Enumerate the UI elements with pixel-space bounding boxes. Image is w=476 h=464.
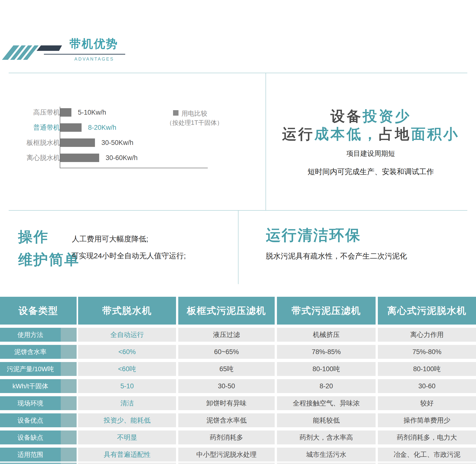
table-cell: 30-60	[378, 379, 476, 393]
clean-title: 运行清洁环保	[266, 225, 361, 245]
chart-category-label: 板框脱水机	[10, 138, 60, 147]
invest-subtitle-1: 项目建设周期短	[266, 149, 476, 158]
table-row: 泥饼含水率<60%60~65%78%-85%75%-80%	[0, 345, 476, 359]
invest-title-line1: 设备投资少	[266, 107, 476, 126]
invest-segment: 面积小	[411, 126, 459, 142]
table-header-cell: 设备类型	[0, 297, 77, 325]
table-header-cell: 板框式污泥压滤机	[178, 297, 275, 325]
legend-square-icon	[173, 110, 178, 116]
table-cell: 操作简单费用少	[378, 413, 476, 427]
table-header-cell: 离心式污泥脱水机	[378, 297, 476, 325]
table-cell	[277, 463, 376, 464]
page-title: 带机优势	[69, 36, 118, 52]
chart-row: 离心脱水机30-60Kw/h	[10, 153, 138, 163]
row-label: kWh/t干固体	[0, 379, 61, 393]
chart-category-label: 普通带机	[10, 123, 60, 132]
table-cell: 药剂大，含水率高	[277, 431, 376, 444]
row-label-accent	[61, 396, 77, 410]
table-cell: 60~65%	[178, 345, 275, 359]
table-cell: <60吨	[78, 362, 176, 376]
table-cell: 投资少、能耗低	[78, 413, 176, 427]
table-cell: 全程接触空气、异味浓	[277, 396, 376, 410]
table-row-clipped	[0, 463, 476, 464]
table-cell: 清洁	[78, 396, 176, 410]
table-cell: 药剂消耗多	[178, 431, 275, 444]
table-cell: 机械挤压	[277, 328, 376, 342]
power-chart-rows: 高压带机5-10Kw/h普通带机8-20Kw/h板框脱水机30-50Kw/h离心…	[10, 107, 138, 168]
chart-category-label: 离心脱水机	[10, 153, 60, 162]
invest-segment: 设备	[330, 108, 363, 124]
row-label-accent	[61, 431, 77, 444]
table-row: 现场环境清洁卸饼时有异味全程接触空气、异味浓较好	[0, 396, 476, 410]
operate-title: 操作 维护简单	[18, 225, 80, 271]
row-label-accent	[61, 362, 77, 376]
chart-row: 高压带机5-10Kw/h	[10, 107, 138, 118]
chart-category-label: 高压带机	[10, 108, 60, 117]
title-underline	[44, 54, 125, 55]
clean-subtitle: 脱水污泥具有疏水性，不会产生二次污泥化	[266, 251, 407, 261]
table-cell: 液压过滤	[178, 328, 275, 342]
table-cell: 30-50	[178, 379, 275, 393]
row-label	[0, 463, 61, 464]
chart-axis-vertical	[60, 107, 60, 168]
chart-bar	[60, 138, 95, 147]
table-cell: 80-100吨	[277, 362, 376, 376]
chart-value-label: 30-60Kw/h	[106, 154, 138, 162]
table-cell: 78%-85%	[277, 345, 376, 359]
chart-axis-horizontal	[60, 168, 208, 168]
ribbon-decoration	[2, 45, 64, 60]
comparison-table-body: 使用方法全自动运行液压过滤机械挤压离心力作用泥饼含水率<60%60~65%78%…	[0, 328, 476, 464]
row-label: 泥饼含水率	[0, 345, 61, 359]
table-row: 适用范围具有普遍适配性中小型污泥脱水处理城市生活污水冶金、化工、市政污泥	[0, 448, 476, 462]
chart-value-label: 8-20Kw/h	[88, 124, 116, 132]
table-cell: 卸饼时有异味	[178, 396, 275, 410]
table-row: 设备优点投资少、能耗低泥饼含水率低能耗较低操作简单费用少	[0, 413, 476, 427]
table-cell	[78, 463, 176, 464]
comparison-table: 设备类型带式脱水机板框式污泥压滤机带式污泥压滤机离心式污泥脱水机 使用方法全自动…	[0, 297, 476, 464]
invest-segment: 投资少	[363, 108, 411, 124]
operate-title-line1: 操作	[18, 225, 80, 248]
table-row: 使用方法全自动运行液压过滤机械挤压离心力作用	[0, 328, 476, 342]
chart-row: 板框脱水机30-50Kw/h	[10, 137, 138, 148]
operate-title-line2: 维护简单	[18, 248, 80, 271]
table-cell	[378, 463, 476, 464]
table-cell: 药剂消耗多，电力大	[378, 431, 476, 444]
table-cell: 中小型污泥脱水处理	[178, 448, 275, 462]
table-cell: 5-10	[78, 379, 176, 393]
row-label-accent	[61, 448, 77, 462]
row-label: 设备缺点	[0, 431, 61, 444]
row-label: 适用范围	[0, 448, 61, 462]
table-cell: 具有普遍适配性	[78, 448, 176, 462]
row-label-accent	[61, 379, 77, 393]
invest-segment: 占地	[379, 126, 411, 142]
chart-legend: 用电比较	[173, 109, 207, 118]
table-cell: <60%	[78, 345, 176, 359]
operate-bullet-2: 可实现24小时全自动无人值守运行;	[71, 251, 186, 261]
table-cell: 不明显	[78, 431, 176, 444]
table-cell: 城市生活污水	[277, 448, 376, 462]
table-cell: 冶金、化工、市政污泥	[378, 448, 476, 462]
table-cell: 离心力作用	[378, 328, 476, 342]
table-header-row: 设备类型带式脱水机板框式污泥压滤机带式污泥压滤机离心式污泥脱水机	[0, 297, 476, 325]
invest-segment: 运行	[282, 126, 314, 142]
table-cell: 8-20	[277, 379, 376, 393]
table-cell: 全自动运行	[78, 328, 176, 342]
row-label: 污泥产量/10W吨	[0, 362, 61, 376]
table-header-cell: 带式污泥压滤机	[277, 297, 376, 325]
table-cell	[178, 463, 275, 464]
table-cell: 泥饼含水率低	[178, 413, 275, 427]
chart-row: 普通带机8-20Kw/h	[10, 122, 138, 133]
table-row: 污泥产量/10W吨<60吨65吨80-100吨80-100吨	[0, 362, 476, 376]
row-label: 现场环境	[0, 396, 61, 410]
row-label-accent	[61, 463, 77, 464]
divider-vertical-2	[238, 210, 238, 284]
page-subtitle: ADVANTAGES	[74, 57, 114, 62]
chart-legend-note: （按处理1T干固体）	[166, 119, 223, 127]
table-cell: 75%-80%	[378, 345, 476, 359]
chart-value-label: 30-50Kw/h	[101, 139, 133, 147]
chart-bar	[60, 123, 82, 132]
row-label: 使用方法	[0, 328, 61, 342]
slide-canvas: 带机优势 ADVANTAGES 高压带机5-10Kw/h普通带机8-20Kw/h…	[0, 0, 476, 464]
row-label-accent	[61, 328, 77, 342]
table-cell: 65吨	[178, 362, 275, 376]
